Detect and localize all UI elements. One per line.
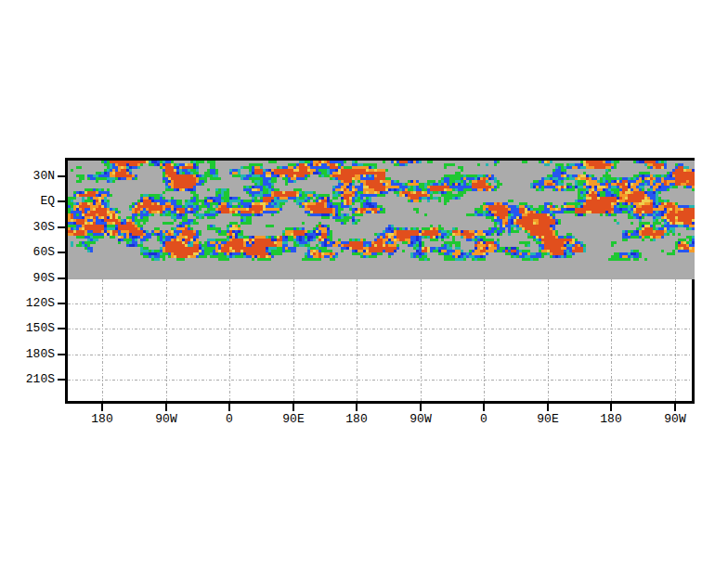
v-gridline: [102, 279, 103, 401]
y-axis-tick: [58, 278, 65, 279]
v-gridline: [166, 279, 167, 401]
h-gridline: [68, 355, 692, 355]
x-axis-label: 180: [583, 412, 639, 427]
x-axis-label: 180: [329, 412, 384, 427]
x-axis-tick: [356, 404, 358, 411]
y-axis-label: 30N: [0, 169, 55, 184]
y-axis-label: 210S: [0, 372, 55, 387]
x-axis-tick: [420, 404, 422, 411]
data-field-canvas: [68, 161, 695, 279]
x-axis-tick: [674, 404, 676, 411]
x-axis-tick: [483, 404, 485, 411]
h-gridline: [68, 303, 692, 304]
y-axis-label: 180S: [0, 347, 55, 362]
y-axis-label: 120S: [0, 296, 55, 311]
x-axis-tick: [228, 404, 230, 411]
x-axis-tick: [547, 404, 549, 411]
x-axis-tick: [101, 404, 103, 411]
h-gridline: [68, 380, 692, 381]
y-axis-tick: [58, 226, 65, 228]
y-axis-tick: [58, 252, 65, 253]
y-axis-tick: [58, 328, 65, 329]
x-axis-tick: [610, 404, 612, 411]
x-axis-label: 90E: [520, 412, 576, 427]
x-axis-label: 90W: [393, 412, 448, 427]
y-axis-label: EQ: [0, 194, 55, 209]
h-gridline: [68, 329, 692, 329]
v-gridline: [357, 279, 358, 401]
y-axis-label: 60S: [0, 245, 55, 260]
v-gridline: [293, 279, 294, 401]
x-axis-label: 90W: [647, 412, 703, 427]
v-gridline: [229, 279, 230, 401]
v-gridline: [484, 279, 485, 401]
y-axis-label: 90S: [0, 271, 55, 286]
x-axis-label: 180: [74, 412, 130, 427]
y-axis-label: 150S: [0, 321, 55, 336]
chart-figure: 30NEQ30S60S90S120S150S180S210S 18090W090…: [0, 0, 728, 568]
x-axis-label: 90E: [266, 412, 321, 427]
y-axis-tick: [58, 379, 65, 381]
x-axis-label: 0: [202, 412, 257, 427]
x-axis-label: 90W: [138, 412, 194, 427]
y-axis-label: 30S: [0, 220, 55, 235]
y-axis-tick: [58, 200, 65, 202]
y-axis-tick: [58, 175, 65, 177]
v-gridline: [421, 279, 422, 401]
v-gridline: [611, 279, 612, 401]
x-axis-label: 0: [456, 412, 512, 427]
v-gridline: [548, 279, 549, 401]
y-axis-tick: [58, 303, 65, 304]
x-axis-tick: [292, 404, 294, 411]
x-axis-tick: [165, 404, 167, 411]
v-gridline: [675, 279, 676, 401]
y-axis-tick: [58, 354, 65, 355]
